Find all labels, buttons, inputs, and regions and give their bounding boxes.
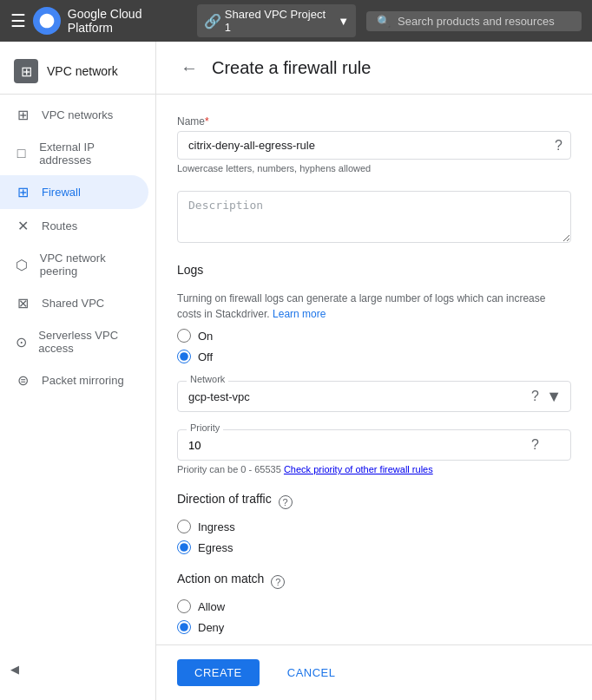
shared-vpc-icon: ⊠: [14, 295, 31, 311]
logs-off-label: Off: [198, 350, 213, 363]
name-hint: Lowercase letters, numbers, hyphens allo…: [177, 163, 571, 173]
direction-section: Direction of traffic ? Ingress Egress: [177, 492, 571, 554]
sidebar-item-packet-mirroring[interactable]: ⊜ Packet mirroring: [0, 363, 148, 397]
egress-radio[interactable]: [177, 540, 191, 554]
sidebar-item-routes[interactable]: ✕ Routes: [0, 209, 148, 243]
serverless-vpc-icon: ⊙: [14, 334, 28, 350]
ingress-label: Ingress: [198, 520, 235, 533]
sidebar-collapse-button[interactable]: ◀: [0, 656, 30, 683]
priority-label: Priority: [187, 422, 223, 433]
ingress-radio[interactable]: [177, 520, 191, 533]
sidebar-item-label: VPC networks: [42, 108, 113, 121]
sidebar-item-label: Packet mirroring: [42, 374, 124, 387]
gcp-logo: Google Cloud Platform: [33, 7, 190, 35]
priority-field-group: Priority ? Priority can be 0 - 65535 Che…: [177, 429, 571, 474]
vpc-networks-icon: ⊞: [14, 107, 31, 123]
page-title: Create a firewall rule: [212, 58, 371, 78]
network-select-wrapper: Network gcp-test-vpc ▼ ?: [177, 381, 571, 412]
sidebar-header: ⊞ VPC network: [0, 49, 155, 95]
network-value: gcp-test-vpc: [188, 390, 524, 403]
egress-option[interactable]: Egress: [177, 540, 571, 554]
priority-input-wrapper: Priority ?: [177, 429, 571, 461]
routes-icon: ✕: [14, 218, 31, 234]
allow-option[interactable]: Allow: [177, 599, 571, 613]
network-help-icon[interactable]: ?: [531, 389, 539, 404]
main-content: ← Create a firewall rule Name* ? Lowerca…: [156, 42, 592, 700]
gcp-title: Google Cloud Platform: [68, 7, 190, 35]
action-buttons: CREATE CANCEL: [156, 644, 592, 700]
name-help-icon[interactable]: ?: [555, 138, 562, 154]
name-field-group: Name* ? Lowercase letters, numbers, hyph…: [177, 115, 571, 173]
gcp-icon: [33, 7, 61, 35]
sidebar: ⊞ VPC network ⊞ VPC networks □ External …: [0, 42, 156, 700]
deny-label: Deny: [198, 621, 224, 634]
egress-label: Egress: [198, 541, 233, 554]
network-label: Network: [187, 374, 228, 384]
action-radio-group: Allow Deny: [177, 599, 571, 634]
vpc-peering-icon: ⬡: [14, 257, 30, 273]
logs-on-option[interactable]: On: [177, 329, 571, 343]
top-navigation: ☰ Google Cloud Platform 🔗 Shared VPC Pro…: [0, 0, 592, 42]
direction-radio-group: Ingress Egress: [177, 520, 571, 554]
sidebar-item-label: Routes: [42, 219, 77, 232]
allow-radio[interactable]: [177, 599, 191, 613]
sidebar-item-label: Serverless VPC access: [38, 329, 135, 355]
priority-help-icon[interactable]: ?: [531, 437, 539, 453]
name-input-wrapper: ?: [177, 131, 571, 160]
sidebar-item-firewall[interactable]: ⊞ Firewall: [0, 175, 148, 209]
check-priority-link[interactable]: Check priority of other firewall rules: [284, 464, 433, 474]
firewall-icon: ⊞: [14, 184, 31, 200]
learn-more-link[interactable]: Learn more: [273, 308, 326, 320]
project-icon: 🔗: [204, 13, 221, 29]
search-bar[interactable]: 🔍: [366, 11, 582, 31]
logs-off-radio[interactable]: [177, 350, 191, 363]
search-icon: 🔍: [377, 15, 391, 28]
sidebar-item-label: Shared VPC: [42, 297, 104, 310]
logs-on-label: On: [198, 330, 213, 343]
vpc-network-icon: ⊞: [14, 59, 38, 83]
logs-section: Logs Turning on firewall logs can genera…: [177, 263, 571, 363]
cancel-button[interactable]: CANCEL: [270, 659, 353, 686]
hamburger-menu[interactable]: ☰: [10, 10, 26, 31]
logs-description: Turning on firewall logs can generate a …: [177, 291, 571, 322]
logs-on-radio[interactable]: [177, 329, 191, 343]
sidebar-item-external-ip[interactable]: □ External IP addresses: [0, 132, 148, 175]
sidebar-title: VPC network: [47, 64, 118, 78]
create-button[interactable]: CREATE: [177, 659, 260, 686]
sidebar-item-vpc-peering[interactable]: ⬡ VPC network peering: [0, 243, 148, 286]
action-help-icon[interactable]: ?: [271, 575, 285, 589]
logs-off-option[interactable]: Off: [177, 350, 571, 363]
page-header: ← Create a firewall rule: [156, 42, 592, 95]
sidebar-item-label: External IP addresses: [39, 141, 135, 167]
name-label: Name*: [177, 115, 571, 128]
sidebar-item-vpc-networks[interactable]: ⊞ VPC networks: [0, 98, 148, 132]
allow-label: Allow: [198, 600, 225, 613]
priority-hint: Priority can be 0 - 65535 Check priority…: [177, 464, 571, 474]
direction-title: Direction of traffic: [177, 492, 272, 506]
network-dropdown-arrow: ▼: [546, 388, 562, 406]
description-input[interactable]: [177, 191, 571, 243]
action-title: Action on match: [177, 572, 264, 586]
action-section: Action on match ? Allow Deny: [177, 572, 571, 634]
project-dropdown-icon: ▼: [338, 15, 349, 28]
priority-input[interactable]: [188, 439, 531, 452]
sidebar-item-label: Firewall: [42, 186, 81, 199]
direction-help-icon[interactable]: ?: [279, 495, 293, 509]
name-input[interactable]: [177, 131, 571, 160]
sidebar-item-label: VPC network peering: [40, 252, 135, 278]
project-selector[interactable]: 🔗 Shared VPC Project 1 ▼: [197, 4, 356, 37]
sidebar-item-shared-vpc[interactable]: ⊠ Shared VPC: [0, 286, 148, 320]
sidebar-item-serverless-vpc[interactable]: ⊙ Serverless VPC access: [0, 320, 148, 363]
create-firewall-form: Name* ? Lowercase letters, numbers, hyph…: [156, 95, 592, 700]
collapse-icon: ◀: [10, 663, 19, 676]
deny-option[interactable]: Deny: [177, 620, 571, 634]
description-field-group: [177, 191, 571, 245]
deny-radio[interactable]: [177, 620, 191, 634]
external-ip-icon: □: [14, 146, 29, 161]
logs-radio-group: On Off: [177, 329, 571, 363]
ingress-option[interactable]: Ingress: [177, 520, 571, 533]
network-field-group: Network gcp-test-vpc ▼ ?: [177, 381, 571, 412]
back-button[interactable]: ←: [177, 56, 201, 80]
search-input[interactable]: [398, 15, 571, 28]
logs-title: Logs: [177, 263, 203, 277]
